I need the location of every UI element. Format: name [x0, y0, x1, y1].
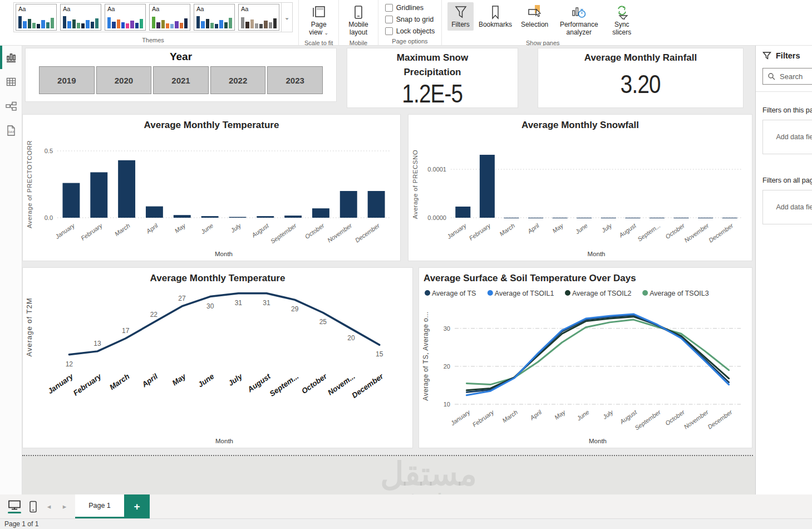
performance-analyzer-button[interactable]: Performance analyzer — [553, 2, 604, 38]
page-view-button[interactable]: Page view ⌄ — [305, 2, 332, 38]
svg-text:January: January — [53, 222, 76, 241]
svg-text:August: August — [617, 222, 638, 239]
svg-text:February: February — [471, 408, 495, 428]
svg-text:April: April — [526, 222, 540, 234]
add-page-button[interactable]: + — [124, 494, 150, 518]
theme-aa-label: Aa — [63, 6, 99, 12]
snap-to-grid-checkbox-box[interactable] — [385, 16, 393, 23]
mobile-view-button[interactable] — [29, 501, 37, 513]
svg-text:Average of TSOIL3: Average of TSOIL3 — [649, 290, 709, 297]
svg-text:May: May — [551, 222, 565, 234]
add-data-fields-dropzone-all[interactable]: Add data fields here — [762, 190, 812, 224]
svg-text:April: April — [145, 222, 159, 234]
theme-thumbnail-3[interactable]: Aa — [105, 4, 146, 31]
selection-button[interactable]: Selection — [517, 2, 552, 31]
report-view-button[interactable] — [5, 51, 17, 63]
svg-text:27: 27 — [178, 295, 186, 302]
add-data-fields-dropzone-page[interactable]: Add data fields here — [762, 120, 812, 154]
svg-text:August: August — [618, 408, 639, 425]
next-page-button[interactable]: ▸ — [61, 502, 68, 511]
bookmarks-button[interactable]: Bookmarks — [475, 2, 516, 31]
svg-text:January: January — [449, 408, 472, 427]
svg-text:0.5: 0.5 — [45, 148, 53, 154]
svg-text:20: 20 — [444, 363, 450, 370]
svg-text:Average of TS, Average o...: Average of TS, Average o... — [422, 311, 430, 400]
year-button-2022[interactable]: 2022 — [210, 66, 266, 94]
gridlines-label: Gridlines — [396, 4, 424, 12]
theme-aa-label: Aa — [18, 6, 54, 12]
svg-text:October: October — [664, 222, 686, 240]
active-view-indicator — [0, 46, 2, 69]
surface-soil-temperature-line-chart[interactable]: Average Surface & Soil Temperature Over … — [419, 267, 752, 448]
bookmark-icon — [490, 4, 501, 19]
svg-text:10: 10 — [444, 401, 450, 408]
svg-text:December: December — [350, 372, 385, 400]
view-rail: DAX — [0, 46, 22, 494]
canvas-wallpaper — [22, 456, 755, 494]
dax-query-view-button[interactable]: DAX — [5, 125, 17, 137]
svg-text:Average Monthly Temperature: Average Monthly Temperature — [150, 273, 286, 283]
year-button-2019[interactable]: 2019 — [39, 66, 95, 94]
themes-group-label: Themes — [142, 36, 164, 44]
theme-thumbnail-1[interactable]: Aa — [16, 4, 57, 31]
svg-text:March: March — [498, 222, 516, 237]
mobile-view-icon — [29, 501, 37, 513]
sync-slicers-label: Sync slicers — [609, 21, 634, 37]
theme-thumbnail-4[interactable]: Aa — [149, 4, 190, 31]
theme-thumbnail-5[interactable]: Aa — [194, 4, 235, 31]
filters-on-all-pages-label: Filters on all pages — [762, 177, 812, 184]
svg-text:29: 29 — [291, 305, 299, 313]
svg-text:31: 31 — [235, 299, 243, 307]
max-snow-precipitation-value: 1.2E-5 — [402, 80, 463, 107]
svg-text:February: February — [80, 222, 104, 242]
theme-thumbnail-2[interactable]: Aa — [60, 4, 101, 31]
max-snow-precipitation-card: Maximum Snow Precipitation 1.2E-5 — [347, 48, 518, 108]
filters-on-this-page-label: Filters on this page — [762, 106, 812, 114]
model-view-icon — [5, 101, 17, 112]
svg-text:January: January — [46, 371, 75, 395]
theme-gallery-expand-button[interactable]: ⌄ — [281, 3, 292, 32]
theme-palette-bars — [18, 14, 54, 28]
mobile-layout-label-1: Mobile — [348, 21, 368, 28]
selection-cursor-icon — [527, 4, 543, 19]
filter-search-input[interactable]: Search — [762, 68, 812, 85]
snap-to-grid-checkbox[interactable]: Snap to grid — [385, 16, 435, 23]
year-button-2020[interactable]: 2020 — [96, 66, 152, 94]
svg-text:October: October — [300, 372, 329, 395]
lock-objects-label: Lock objects — [396, 27, 435, 35]
mobile-layout-icon — [353, 4, 363, 19]
avg-monthly-snowfall-bar-chart[interactable]: Average Monthly Snowfall0.00000.0001Aver… — [408, 114, 752, 261]
svg-text:May: May — [173, 222, 187, 234]
show-panes-group: Filters Bookmarks Selection Performance … — [442, 0, 643, 45]
sync-slicers-button[interactable]: Sync slicers — [606, 2, 638, 38]
avg-monthly-temperature-line-chart[interactable]: Average Monthly TemperatureAverage of T2… — [22, 267, 413, 448]
year-button-2021[interactable]: 2021 — [153, 66, 209, 94]
svg-text:June: June — [199, 222, 214, 236]
svg-text:13: 13 — [93, 340, 101, 347]
avg-monthly-rainfall-value: 3.20 — [621, 71, 661, 97]
page-counter: Page 1 of 1 — [4, 520, 38, 528]
year-button-2023[interactable]: 2023 — [267, 66, 323, 94]
svg-text:Average Monthly Snowfall: Average Monthly Snowfall — [521, 120, 639, 130]
svg-text:Average of TS: Average of TS — [432, 290, 476, 297]
lock-objects-checkbox-box[interactable] — [385, 27, 393, 35]
svg-text:March: March — [501, 409, 519, 424]
model-view-button[interactable] — [5, 100, 17, 112]
theme-thumbnail-6[interactable]: Aa — [238, 4, 279, 31]
svg-text:Average of PRECTOTCORR: Average of PRECTOTCORR — [26, 140, 33, 228]
dax-query-view-icon: DAX — [6, 125, 17, 137]
prev-page-button[interactable]: ◂ — [45, 502, 53, 511]
filters-toggle-button[interactable]: Filters — [447, 2, 474, 31]
gridlines-checkbox-box[interactable] — [385, 4, 393, 12]
mobile-layout-button[interactable]: Mobile layout — [345, 2, 372, 38]
avg-monthly-temperature-bar-chart[interactable]: Average Monthly Temperature0.00.5Average… — [22, 114, 401, 261]
filters-toggle-label: Filters — [451, 21, 470, 29]
desktop-view-button[interactable] — [8, 500, 21, 513]
table-view-button[interactable] — [5, 76, 17, 88]
lock-objects-checkbox[interactable]: Lock objects — [385, 27, 435, 35]
svg-text:December: December — [354, 222, 382, 244]
gridlines-checkbox[interactable]: Gridlines — [385, 4, 435, 12]
svg-text:Septem...: Septem... — [268, 372, 301, 398]
svg-text:0.0000: 0.0000 — [427, 214, 446, 221]
page-tab-page1[interactable]: Page 1 — [75, 494, 124, 518]
